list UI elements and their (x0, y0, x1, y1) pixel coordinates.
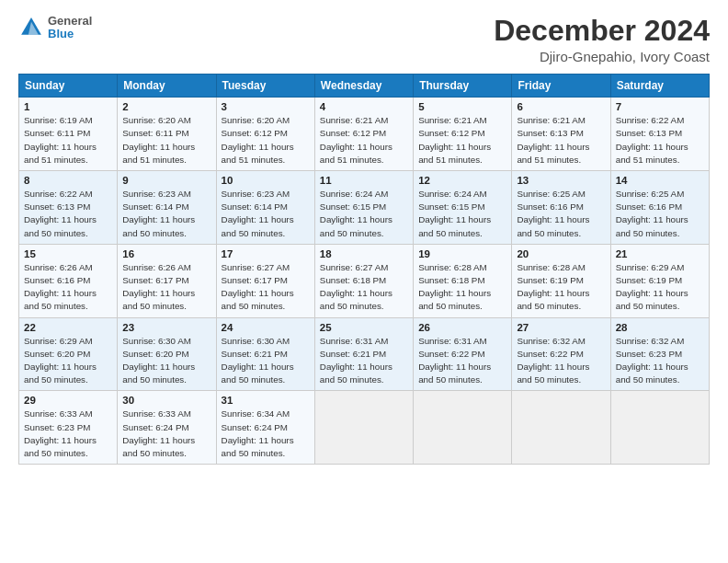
calendar-cell (512, 391, 610, 465)
calendar-cell: 5Sunrise: 6:21 AM Sunset: 6:12 PM Daylig… (414, 98, 512, 171)
day-info: Sunrise: 6:29 AM Sunset: 6:20 PM Dayligh… (24, 335, 112, 387)
calendar-cell: 8Sunrise: 6:22 AM Sunset: 6:13 PM Daylig… (19, 171, 118, 245)
day-number: 12 (418, 175, 506, 186)
day-info: Sunrise: 6:29 AM Sunset: 6:19 PM Dayligh… (616, 261, 704, 314)
day-number: 7 (616, 101, 704, 112)
calendar-body: 1Sunrise: 6:19 AM Sunset: 6:11 PM Daylig… (19, 98, 710, 465)
calendar-header-row: SundayMondayTuesdayWednesdayThursdayFrid… (19, 75, 710, 98)
day-info: Sunrise: 6:26 AM Sunset: 6:16 PM Dayligh… (24, 261, 112, 314)
day-number: 23 (122, 322, 210, 333)
calendar-cell (314, 391, 413, 465)
calendar-cell: 20Sunrise: 6:28 AM Sunset: 6:19 PM Dayli… (512, 244, 610, 317)
calendar-week-row: 8Sunrise: 6:22 AM Sunset: 6:13 PM Daylig… (19, 171, 710, 245)
day-info: Sunrise: 6:27 AM Sunset: 6:18 PM Dayligh… (320, 261, 408, 314)
calendar-cell: 17Sunrise: 6:27 AM Sunset: 6:17 PM Dayli… (216, 244, 314, 317)
day-number: 2 (122, 101, 210, 112)
day-info: Sunrise: 6:22 AM Sunset: 6:13 PM Dayligh… (616, 114, 704, 167)
day-info: Sunrise: 6:24 AM Sunset: 6:15 PM Dayligh… (320, 188, 408, 240)
calendar-week-row: 1Sunrise: 6:19 AM Sunset: 6:11 PM Daylig… (19, 98, 710, 171)
day-info: Sunrise: 6:24 AM Sunset: 6:15 PM Dayligh… (418, 188, 506, 240)
day-number: 16 (122, 248, 210, 259)
day-info: Sunrise: 6:28 AM Sunset: 6:18 PM Dayligh… (418, 261, 506, 314)
calendar-cell: 14Sunrise: 6:25 AM Sunset: 6:16 PM Dayli… (610, 171, 709, 245)
day-info: Sunrise: 6:34 AM Sunset: 6:24 PM Dayligh… (222, 408, 310, 460)
calendar-cell: 4Sunrise: 6:21 AM Sunset: 6:12 PM Daylig… (314, 98, 413, 171)
day-info: Sunrise: 6:30 AM Sunset: 6:21 PM Dayligh… (222, 335, 310, 387)
calendar-week-row: 22Sunrise: 6:29 AM Sunset: 6:20 PM Dayli… (19, 317, 710, 391)
calendar-cell: 18Sunrise: 6:27 AM Sunset: 6:18 PM Dayli… (314, 244, 413, 317)
calendar-cell: 23Sunrise: 6:30 AM Sunset: 6:20 PM Dayli… (118, 317, 216, 391)
day-header-tuesday: Tuesday (216, 75, 314, 98)
day-info: Sunrise: 6:20 AM Sunset: 6:11 PM Dayligh… (122, 114, 210, 167)
main-title: December 2024 (494, 15, 710, 47)
day-info: Sunrise: 6:25 AM Sunset: 6:16 PM Dayligh… (616, 188, 704, 240)
day-info: Sunrise: 6:20 AM Sunset: 6:12 PM Dayligh… (222, 114, 310, 167)
logo-text: General Blue (48, 15, 92, 41)
day-number: 5 (418, 101, 506, 112)
day-info: Sunrise: 6:30 AM Sunset: 6:20 PM Dayligh… (122, 335, 210, 387)
calendar-cell: 29Sunrise: 6:33 AM Sunset: 6:23 PM Dayli… (19, 391, 118, 465)
calendar-cell: 1Sunrise: 6:19 AM Sunset: 6:11 PM Daylig… (19, 98, 118, 171)
calendar-cell: 2Sunrise: 6:20 AM Sunset: 6:11 PM Daylig… (118, 98, 216, 171)
day-info: Sunrise: 6:32 AM Sunset: 6:23 PM Dayligh… (616, 335, 704, 387)
calendar-cell: 24Sunrise: 6:30 AM Sunset: 6:21 PM Dayli… (216, 317, 314, 391)
day-info: Sunrise: 6:33 AM Sunset: 6:24 PM Dayligh… (122, 408, 210, 460)
calendar-cell: 19Sunrise: 6:28 AM Sunset: 6:18 PM Dayli… (414, 244, 512, 317)
calendar-cell: 16Sunrise: 6:26 AM Sunset: 6:17 PM Dayli… (118, 244, 216, 317)
day-number: 6 (517, 101, 605, 112)
day-number: 17 (222, 248, 310, 259)
day-number: 26 (418, 322, 506, 333)
calendar-cell: 26Sunrise: 6:31 AM Sunset: 6:22 PM Dayli… (414, 317, 512, 391)
day-info: Sunrise: 6:23 AM Sunset: 6:14 PM Dayligh… (122, 188, 210, 240)
day-info: Sunrise: 6:23 AM Sunset: 6:14 PM Dayligh… (222, 188, 310, 240)
day-number: 14 (616, 175, 704, 186)
calendar-cell: 28Sunrise: 6:32 AM Sunset: 6:23 PM Dayli… (610, 317, 709, 391)
calendar-cell: 6Sunrise: 6:21 AM Sunset: 6:13 PM Daylig… (512, 98, 610, 171)
calendar-cell: 31Sunrise: 6:34 AM Sunset: 6:24 PM Dayli… (216, 391, 314, 465)
logo: General Blue (18, 15, 92, 41)
day-number: 29 (24, 395, 112, 406)
day-header-saturday: Saturday (610, 75, 709, 98)
calendar-cell (414, 391, 512, 465)
calendar-cell: 12Sunrise: 6:24 AM Sunset: 6:15 PM Dayli… (414, 171, 512, 245)
day-info: Sunrise: 6:31 AM Sunset: 6:21 PM Dayligh… (320, 335, 408, 387)
header: General Blue December 2024 Djiro-Gnepahi… (18, 15, 710, 64)
day-header-wednesday: Wednesday (314, 75, 413, 98)
day-header-sunday: Sunday (19, 75, 118, 98)
day-info: Sunrise: 6:28 AM Sunset: 6:19 PM Dayligh… (517, 261, 605, 314)
day-number: 3 (222, 101, 310, 112)
day-info: Sunrise: 6:32 AM Sunset: 6:22 PM Dayligh… (517, 335, 605, 387)
page: General Blue December 2024 Djiro-Gnepahi… (0, 0, 728, 563)
title-block: December 2024 Djiro-Gnepahio, Ivory Coas… (494, 15, 710, 64)
day-number: 1 (24, 101, 112, 112)
calendar-cell: 27Sunrise: 6:32 AM Sunset: 6:22 PM Dayli… (512, 317, 610, 391)
calendar-week-row: 15Sunrise: 6:26 AM Sunset: 6:16 PM Dayli… (19, 244, 710, 317)
day-info: Sunrise: 6:22 AM Sunset: 6:13 PM Dayligh… (24, 188, 112, 240)
calendar-cell: 25Sunrise: 6:31 AM Sunset: 6:21 PM Dayli… (314, 317, 413, 391)
day-info: Sunrise: 6:31 AM Sunset: 6:22 PM Dayligh… (418, 335, 506, 387)
day-number: 24 (222, 322, 310, 333)
calendar-cell: 7Sunrise: 6:22 AM Sunset: 6:13 PM Daylig… (610, 98, 709, 171)
calendar-cell: 9Sunrise: 6:23 AM Sunset: 6:14 PM Daylig… (118, 171, 216, 245)
day-number: 20 (517, 248, 605, 259)
day-info: Sunrise: 6:26 AM Sunset: 6:17 PM Dayligh… (122, 261, 210, 314)
day-header-monday: Monday (118, 75, 216, 98)
calendar-cell: 22Sunrise: 6:29 AM Sunset: 6:20 PM Dayli… (19, 317, 118, 391)
day-number: 30 (122, 395, 210, 406)
calendar-cell: 11Sunrise: 6:24 AM Sunset: 6:15 PM Dayli… (314, 171, 413, 245)
day-number: 18 (320, 248, 408, 259)
day-info: Sunrise: 6:21 AM Sunset: 6:12 PM Dayligh… (418, 114, 506, 167)
day-number: 11 (320, 175, 408, 186)
day-info: Sunrise: 6:19 AM Sunset: 6:11 PM Dayligh… (24, 114, 112, 167)
day-number: 19 (418, 248, 506, 259)
calendar-cell: 30Sunrise: 6:33 AM Sunset: 6:24 PM Dayli… (118, 391, 216, 465)
day-number: 10 (222, 175, 310, 186)
day-number: 25 (320, 322, 408, 333)
subtitle: Djiro-Gnepahio, Ivory Coast (494, 49, 710, 64)
day-number: 22 (24, 322, 112, 333)
calendar-cell (610, 391, 709, 465)
day-number: 28 (616, 322, 704, 333)
day-info: Sunrise: 6:33 AM Sunset: 6:23 PM Dayligh… (24, 408, 112, 460)
day-number: 9 (122, 175, 210, 186)
day-number: 8 (24, 175, 112, 186)
